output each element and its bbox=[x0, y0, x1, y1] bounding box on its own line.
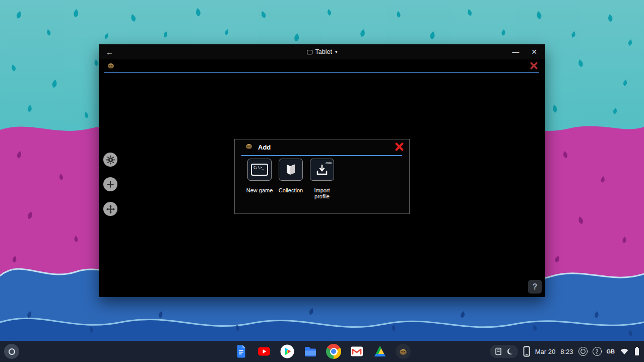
connected-phone-icon[interactable] bbox=[523, 346, 530, 357]
device-mode-toggle[interactable]: Tablet ▾ bbox=[307, 48, 338, 55]
shelf-apps bbox=[233, 344, 411, 359]
device-mode-label: Tablet bbox=[315, 48, 332, 55]
wifi-icon[interactable] bbox=[620, 347, 629, 355]
notification-count-badge[interactable]: 2 bbox=[593, 347, 602, 356]
side-toolbar bbox=[103, 153, 117, 216]
status-area: Mar 20 8:23 2 GB bbox=[490, 341, 640, 362]
chromeos-desktop: { "window": { "titlebar": { "back_glyph"… bbox=[0, 0, 644, 362]
window-close-button[interactable]: ✕ bbox=[531, 48, 537, 56]
import-download-icon bbox=[315, 163, 329, 176]
chrome-icon bbox=[326, 344, 341, 359]
collection-book-icon bbox=[284, 163, 297, 176]
app-logo-icon bbox=[107, 61, 115, 71]
chevron-down-icon: ▾ bbox=[335, 49, 338, 54]
new-game-label: New game bbox=[246, 187, 273, 193]
minimize-button[interactable]: — bbox=[512, 48, 519, 56]
app-surface: Add C:\>_ New game bbox=[99, 59, 545, 297]
magic-dosbox-icon bbox=[396, 344, 411, 359]
app-window: ← Tablet ▾ — ✕ bbox=[99, 44, 545, 297]
tablet-icon bbox=[307, 50, 312, 54]
shelf-app-gmail[interactable] bbox=[349, 344, 364, 359]
shelf: Mar 20 8:23 2 GB bbox=[0, 341, 644, 362]
keyboard-layout-indicator[interactable]: GB bbox=[607, 348, 615, 354]
app-close-icon[interactable] bbox=[530, 61, 538, 72]
import-profile-label: Import profile bbox=[309, 187, 335, 199]
dialog-header-underline bbox=[241, 155, 402, 156]
document-icon bbox=[495, 347, 502, 355]
google-play-icon bbox=[280, 344, 295, 359]
window-controls: — ✕ bbox=[512, 48, 537, 56]
collection-option: Collection bbox=[279, 159, 303, 199]
shelf-app-google-drive[interactable] bbox=[372, 344, 388, 359]
collection-tile[interactable] bbox=[279, 159, 303, 181]
add-button[interactable] bbox=[103, 177, 117, 191]
launcher-icon bbox=[9, 348, 15, 355]
new-game-option: C:\>_ New game bbox=[247, 159, 272, 199]
gmail-icon bbox=[349, 344, 364, 359]
notification-pill[interactable] bbox=[490, 345, 518, 358]
do-not-disturb-moon-icon bbox=[506, 348, 513, 355]
dialog-items: C:\>_ New game Collection bbox=[247, 159, 334, 199]
help-button[interactable]: ? bbox=[528, 280, 542, 294]
add-dialog: Add C:\>_ New game bbox=[234, 139, 410, 214]
google-drive-icon bbox=[372, 344, 388, 359]
status-date[interactable]: Mar 20 bbox=[535, 348, 555, 355]
import-profile-option: .mgc Import profile bbox=[310, 159, 334, 199]
import-profile-tile[interactable]: .mgc bbox=[310, 159, 334, 181]
app-header-underline bbox=[104, 72, 539, 73]
shelf-app-files[interactable] bbox=[303, 344, 318, 359]
dialog-title: Add bbox=[258, 143, 271, 151]
back-icon[interactable]: ← bbox=[106, 48, 113, 56]
shelf-app-magic-dosbox[interactable] bbox=[396, 344, 411, 359]
gear-icon bbox=[106, 155, 115, 165]
google-docs-icon bbox=[233, 344, 248, 359]
youtube-icon bbox=[256, 344, 272, 359]
terminal-icon: C:\>_ bbox=[251, 164, 268, 176]
app-topbar bbox=[99, 59, 545, 73]
shelf-app-google-play[interactable] bbox=[280, 344, 295, 359]
collection-label: Collection bbox=[279, 187, 303, 193]
shelf-app-google-docs[interactable] bbox=[233, 344, 248, 359]
settings-button[interactable] bbox=[103, 153, 117, 167]
add-dialog-header: Add bbox=[235, 139, 409, 155]
launcher-button[interactable] bbox=[4, 344, 19, 359]
dialog-logo-icon bbox=[245, 142, 253, 152]
window-titlebar: ← Tablet ▾ — ✕ bbox=[99, 44, 545, 59]
status-time[interactable]: 8:23 bbox=[560, 348, 573, 355]
move-arrows-icon bbox=[106, 204, 115, 214]
rotation-lock-icon[interactable] bbox=[578, 347, 588, 356]
files-folder-icon bbox=[303, 344, 318, 359]
shelf-app-chrome[interactable] bbox=[326, 344, 341, 359]
shelf-app-youtube[interactable] bbox=[256, 344, 272, 359]
battery-icon[interactable] bbox=[634, 346, 640, 356]
dialog-close-icon[interactable] bbox=[395, 142, 404, 154]
mgc-badge: .mgc bbox=[325, 161, 332, 164]
plus-icon bbox=[106, 180, 115, 189]
new-game-tile[interactable]: C:\>_ bbox=[247, 159, 272, 181]
move-button[interactable] bbox=[103, 202, 117, 216]
